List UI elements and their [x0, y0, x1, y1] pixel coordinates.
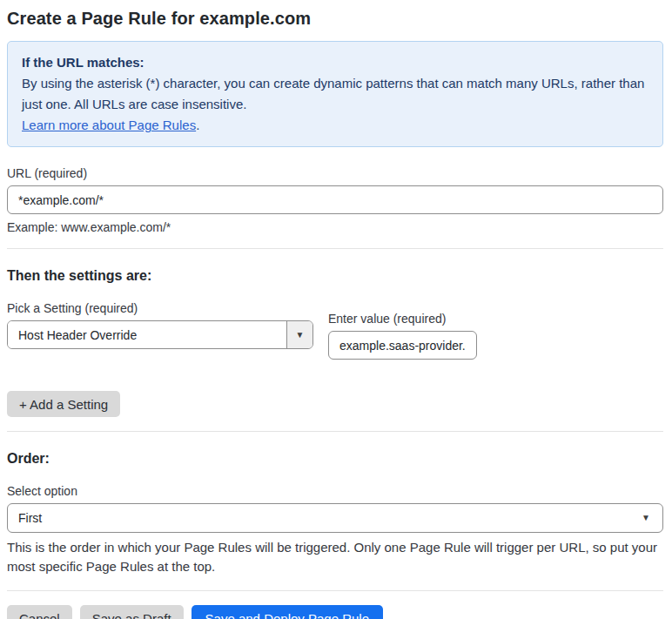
chevron-down-icon: ▼ — [642, 514, 650, 522]
url-input[interactable] — [7, 185, 663, 214]
url-field-group: URL (required) Example: www.example.com/… — [7, 166, 663, 234]
divider — [7, 590, 663, 591]
pick-setting-group: Pick a Setting (required) Host Header Ov… — [7, 301, 313, 349]
info-box-body: By using the asterisk (*) character, you… — [22, 73, 648, 115]
url-match-info-box: If the URL matches: By using the asteris… — [7, 41, 663, 147]
setting-select[interactable]: Host Header Override ▼ — [7, 320, 313, 349]
add-setting-button[interactable]: + Add a Setting — [7, 391, 120, 417]
create-page-rule-form: Create a Page Rule for example.com If th… — [0, 0, 672, 619]
cancel-button[interactable]: Cancel — [7, 605, 72, 619]
link-suffix: . — [196, 118, 199, 132]
save-as-draft-button[interactable]: Save as Draft — [80, 605, 184, 619]
order-section-heading: Order: — [7, 451, 663, 467]
order-select-value: First — [18, 511, 42, 525]
footer-actions: Cancel Save as Draft Save and Deploy Pag… — [7, 605, 663, 619]
info-box-heading: If the URL matches: — [22, 52, 648, 73]
enter-value-group: Enter value (required) — [328, 312, 477, 360]
order-select-label: Select option — [7, 484, 663, 498]
enter-value-label: Enter value (required) — [328, 312, 477, 326]
url-example-hint: Example: www.example.com/* — [7, 220, 663, 234]
settings-section-heading: Then the settings are: — [7, 268, 663, 284]
save-and-deploy-button[interactable]: Save and Deploy Page Rule — [192, 605, 383, 619]
add-setting-wrap: + Add a Setting — [7, 391, 663, 417]
setting-select-arrow-button[interactable]: ▼ — [286, 321, 312, 348]
chevron-down-icon: ▼ — [296, 331, 305, 340]
setting-select-value: Host Header Override — [8, 321, 286, 348]
setting-value-input[interactable] — [328, 331, 477, 360]
divider — [7, 431, 663, 432]
learn-more-link[interactable]: Learn more about Page Rules — [22, 118, 196, 132]
setting-row: Pick a Setting (required) Host Header Ov… — [7, 301, 663, 360]
pick-setting-label: Pick a Setting (required) — [7, 301, 313, 315]
divider — [7, 248, 663, 249]
info-box-link-line: Learn more about Page Rules. — [22, 115, 648, 136]
page-title: Create a Page Rule for example.com — [7, 9, 663, 29]
order-help-text: This is the order in which your Page Rul… — [7, 538, 662, 576]
order-select[interactable]: First ▼ — [7, 503, 663, 533]
url-label: URL (required) — [7, 166, 663, 180]
